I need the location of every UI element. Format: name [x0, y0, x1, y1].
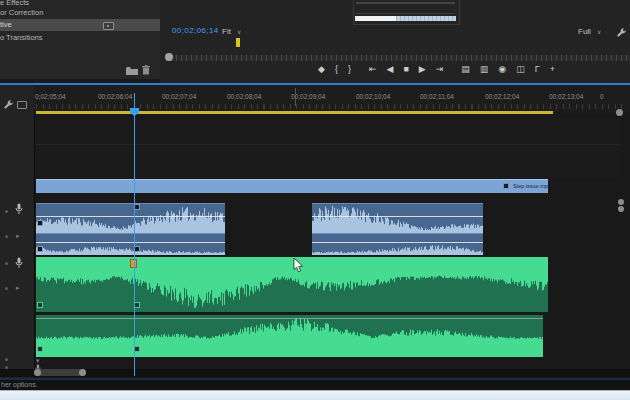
volume-rubber-band[interactable] — [36, 242, 225, 243]
playhead-handle[interactable] — [130, 108, 139, 116]
scrollbar-zoom-handle[interactable] — [79, 369, 86, 376]
fx-badge-icon — [37, 220, 43, 226]
ruler-tick-label: 00;02;06;04 — [98, 93, 132, 100]
effect-label: tive — [0, 20, 12, 29]
timeline-marker[interactable] — [236, 38, 240, 47]
voice-over-record-mic-icon[interactable] — [15, 257, 23, 269]
voice-over-record-mic-icon[interactable] — [15, 203, 23, 215]
track-header-column: ▸ ▸ — [0, 85, 35, 378]
clip-name-label: Step issue.mp4 — [513, 183, 548, 189]
effects-list-item-color-correction[interactable]: or Correction — [0, 7, 160, 18]
scrubber-handle[interactable] — [165, 53, 173, 61]
audio-clip-a2-left[interactable] — [36, 233, 225, 255]
play-stop-icon[interactable]: ■ — [403, 64, 408, 74]
button-editor-icon[interactable]: + — [550, 64, 555, 74]
vertical-scrollbar-handle[interactable] — [618, 199, 624, 205]
chevron-down-icon: ∨ — [597, 29, 601, 35]
timeline-panel: ▸ ▸ 0;02;05;04 00;02;06;04 00;02;07;04 0… — [0, 85, 630, 378]
scrollbar-zoom-handle[interactable] — [34, 369, 41, 376]
status-bar: her options. — [0, 380, 630, 390]
expand-track-chevron-icon[interactable]: ▸ — [16, 284, 20, 291]
go-to-in-icon[interactable]: ⇤ — [369, 64, 377, 74]
timeline-settings-wrench-icon[interactable] — [3, 99, 14, 110]
new-bin-folder-icon[interactable] — [126, 66, 138, 75]
program-preview-frame — [353, 0, 460, 25]
effects-list-item-selected[interactable]: tive — [0, 19, 160, 31]
audio-waveform — [36, 315, 543, 357]
video-track-v2[interactable] — [36, 145, 620, 178]
volume-rubber-band[interactable] — [36, 318, 543, 319]
background-window-edge — [0, 390, 630, 400]
ruler-tick-label: 00;02;09;04 — [291, 93, 325, 100]
ruler-tick-marks — [36, 104, 622, 109]
ruler-tick-label: 0 — [600, 93, 604, 100]
playback-resolution-dropdown[interactable]: Full∨ — [578, 26, 601, 38]
ruler-tick-label: 00;02;08;04 — [227, 93, 261, 100]
comparison-view-icon[interactable]: ◫ — [516, 64, 525, 74]
preview-timeline-strip — [396, 16, 456, 21]
track-button-dot[interactable] — [5, 235, 8, 238]
time-ruler[interactable]: 0;02;05;04 00;02;06;04 00;02;07;04 00;02… — [34, 85, 630, 112]
ruler-tick-label: 00;02;07;04 — [162, 93, 196, 100]
fx-badge-icon — [37, 302, 43, 308]
preview-content — [356, 13, 455, 14]
ruler-marker-line — [295, 88, 296, 106]
program-monitor-panel: 00;02;06;14 Fit∨ Full∨ ◆ { } ⇤ ◀ ■ ▶ ⇥ ▤… — [160, 0, 630, 83]
transport-controls: ◆ { } ⇤ ◀ ■ ▶ ⇥ ▤ ▥ ◉ ◫ Γ + — [318, 61, 598, 76]
horizontal-scrollbar-track[interactable] — [0, 369, 630, 377]
audio-waveform — [312, 234, 483, 255]
effect-accelerated-badge-icon — [103, 22, 114, 30]
audio-waveform — [36, 234, 225, 255]
ruler-tick-label: 00;02;12;04 — [485, 93, 519, 100]
ruler-tick-label: 00;02;11;04 — [420, 93, 454, 100]
zoom-level-value: Fit — [222, 27, 231, 36]
audio-waveform — [312, 204, 483, 233]
snap-toggle-icon[interactable] — [17, 101, 27, 109]
step-forward-icon[interactable]: ▶ — [419, 64, 426, 74]
resolution-value: Full — [578, 27, 591, 36]
volume-rubber-band[interactable] — [312, 242, 483, 243]
mark-in-icon[interactable]: { — [335, 64, 338, 74]
fx-badge-icon — [37, 346, 43, 352]
audio-clip-a1-right[interactable] — [312, 203, 483, 233]
playhead-line[interactable] — [134, 93, 135, 376]
vertical-scrollbar-handle[interactable] — [618, 206, 624, 212]
mark-out-icon[interactable]: } — [348, 64, 351, 74]
settings-wrench-icon[interactable] — [616, 27, 627, 38]
track-button-dot[interactable] — [5, 287, 8, 290]
add-marker-icon[interactable]: ◆ — [318, 64, 325, 74]
audio-clip-a4[interactable] — [36, 315, 543, 357]
chevron-down-icon: ∨ — [237, 29, 241, 35]
collapsed-track-chevron-icon[interactable]: ▾ — [36, 357, 40, 364]
effects-panel: e Effects or Correction tive o Transitio… — [0, 0, 160, 79]
expand-track-chevron-icon[interactable]: ▸ — [16, 232, 20, 239]
zoom-scrollbar-handle[interactable] — [616, 109, 623, 116]
audio-waveform — [36, 204, 225, 233]
video-track-v3[interactable] — [36, 118, 620, 144]
step-back-icon[interactable]: ◀ — [387, 64, 394, 74]
effects-list-item-transitions[interactable]: o Transitions — [0, 32, 160, 43]
go-to-out-icon[interactable]: ⇥ — [436, 64, 444, 74]
audio-clip-a2-right[interactable] — [312, 233, 483, 255]
mouse-cursor — [293, 258, 304, 273]
playhead-timecode[interactable]: 00;02;06;14 — [172, 26, 219, 35]
track-button-dot[interactable] — [5, 262, 8, 265]
export-frame-icon[interactable]: ◉ — [498, 64, 506, 74]
track-button-dot[interactable] — [5, 358, 8, 361]
extract-icon[interactable]: ▥ — [480, 64, 489, 74]
video-clip-v1[interactable]: Step issue.mp4 — [36, 179, 548, 193]
fx-badge-icon — [37, 246, 43, 252]
lift-icon[interactable]: ▤ — [461, 64, 470, 74]
audio-clip-a3[interactable] — [36, 257, 548, 312]
premiere-pro-window: e Effects or Correction tive o Transitio… — [0, 0, 630, 400]
audio-clip-a1-left[interactable] — [36, 203, 225, 233]
zoom-level-dropdown[interactable]: Fit∨ — [222, 26, 241, 38]
volume-rubber-band[interactable] — [36, 216, 225, 217]
preview-content — [356, 2, 455, 4]
ruler-tick-label: 00;02;13;04 — [549, 93, 583, 100]
volume-rubber-band[interactable] — [312, 216, 483, 217]
safe-margins-icon[interactable]: Γ — [535, 64, 540, 74]
delete-trash-icon[interactable] — [142, 65, 150, 75]
track-button-dot[interactable] — [5, 210, 8, 213]
audio-waveform — [36, 257, 548, 312]
